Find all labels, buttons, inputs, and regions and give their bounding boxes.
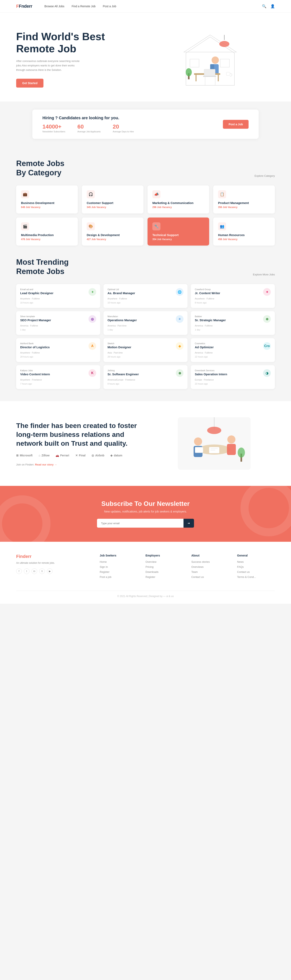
job-logo-0: ✦ xyxy=(88,288,96,296)
get-started-button[interactable]: Get Started xyxy=(16,79,43,88)
meeting-svg xyxy=(178,417,251,470)
footer-link-1-0[interactable]: Overview xyxy=(146,560,183,563)
footer-link-0-3[interactable]: Post a job xyxy=(100,576,138,579)
footer-bottom: © 2021 All Rights Reserved | Designed by… xyxy=(16,590,275,598)
search-icon[interactable]: 🔍 xyxy=(262,4,266,8)
hero-section: Find World's Best Remote Job After coron… xyxy=(0,13,291,102)
instagram-icon[interactable]: in xyxy=(32,568,37,574)
job-logo-3: ◎ xyxy=(88,315,96,323)
footer-link-0-2[interactable]: Register xyxy=(100,570,138,573)
footer-link-3-0[interactable]: News xyxy=(237,560,275,563)
house-illustration-svg xyxy=(176,29,245,89)
job-company-row-2: Crawford Group Jr. Content Writer ✦ xyxy=(195,288,271,296)
footer-link-3-1[interactable]: FAQs xyxy=(237,565,275,568)
job-logo-11: ◑ xyxy=(263,369,271,377)
footer-link-1-3[interactable]: Register xyxy=(146,576,183,579)
footer-link-3-2[interactable]: Contact us xyxy=(237,570,275,573)
job-company-6: Ashford Bank xyxy=(20,342,50,345)
footer-link-0-0[interactable]: Home xyxy=(100,560,138,563)
category-card-6[interactable]: 🔧 Technical Support 354 Job Vacancy xyxy=(147,218,209,245)
svg-rect-14 xyxy=(203,76,216,77)
job-card-1[interactable]: Optimal Ltd As. Brand Manager 🌐 Anywhere… xyxy=(104,284,187,308)
linkedin-icon[interactable]: li xyxy=(39,568,45,574)
svg-rect-13 xyxy=(204,69,215,76)
job-time-11: 23 hours ago xyxy=(195,383,271,385)
subscribe-button[interactable]: ➜ xyxy=(184,519,194,528)
job-card-9[interactable]: Kalipso Jobs Video Content Intern K Anyw… xyxy=(16,365,100,389)
email-input[interactable] xyxy=(97,519,184,528)
category-card-3[interactable]: 📋 Product Management 356 Job Vacancy xyxy=(213,185,275,213)
job-company-7: Sketch xyxy=(107,342,131,345)
explore-jobs-link[interactable]: Explore More Jobs xyxy=(253,273,275,276)
logo[interactable]: FFnderr xyxy=(16,4,32,9)
cat-icon-5: 🎨 xyxy=(87,222,95,231)
category-card-1[interactable]: 🎧 Customer Support 345 Job Vacancy xyxy=(82,185,144,213)
cat-vacancies-7: 458 Job Vacancy xyxy=(218,238,270,241)
job-company-row-9: Kalipso Jobs Video Content Intern K xyxy=(20,369,96,377)
job-card-5[interactable]: Babber Sr. Strategic Manager ⊕ America ·… xyxy=(191,311,275,335)
facebook-icon[interactable]: f xyxy=(16,568,22,574)
category-card-0[interactable]: 💼 Business Development 649 Job Vacancy xyxy=(16,185,78,213)
hiring-text: Hiring ? Candidates are looking for you.… xyxy=(42,116,223,133)
job-card-8[interactable]: Cosmetics Ad Optimizer Cro America · Ful… xyxy=(191,338,275,362)
twitter-icon[interactable]: t xyxy=(24,568,29,574)
cat-name-2: Marketing & Communication xyxy=(152,201,204,205)
job-time-8: 22 hours ago xyxy=(195,356,271,358)
job-meta-10: America/Europe · Freelance xyxy=(107,379,184,381)
footer-link-2-1[interactable]: Overviews xyxy=(191,565,229,568)
stat-label-days: Average Days to Hire xyxy=(113,130,134,133)
join-text: Join on Finderr. Read our story → xyxy=(16,463,138,466)
category-card-5[interactable]: 🎨 Design & Development 427 Job Vacancy xyxy=(82,218,144,245)
job-card-0[interactable]: Email ad and Lead Graphic Designer ✦ Any… xyxy=(16,284,100,308)
stat-num-subscribers: 14000+ xyxy=(42,124,65,130)
job-card-3[interactable]: Silver template SEO Project Manager ◎ Am… xyxy=(16,311,100,335)
footer-logo: Finderr xyxy=(16,554,91,559)
footer-link-1-2[interactable]: Downloads xyxy=(146,570,183,573)
category-grid: 💼 Business Development 649 Job Vacancy 🎧… xyxy=(16,185,275,245)
cat-vacancies-0: 649 Job Vacancy xyxy=(21,206,73,208)
job-time-7: 28 hours ago xyxy=(107,356,184,358)
footer-link-2-0[interactable]: Success stories xyxy=(191,560,229,563)
footer-link-1-1[interactable]: Pricing xyxy=(146,565,183,568)
category-card-2[interactable]: 📣 Marketing & Communication 296 Job Vaca… xyxy=(147,185,209,213)
job-card-11[interactable]: Greenbark Services Sales Operation Inter… xyxy=(191,365,275,389)
stat-num-days: 20 xyxy=(113,124,134,130)
footer-link-2-3[interactable]: Contact us xyxy=(191,576,229,579)
about-title: The finder has been created to foster lo… xyxy=(16,421,138,448)
post-job-button[interactable]: Post a Job xyxy=(223,120,249,129)
job-company-5: Babber xyxy=(195,315,226,318)
job-logo-7: ◆ xyxy=(176,342,184,350)
job-meta-2: Anywhere · Fulltime xyxy=(195,298,271,300)
read-story-link[interactable]: Read our story → xyxy=(35,463,57,466)
hero-title: Find World's Best Remote Job xyxy=(16,31,146,55)
nav-browse-all[interactable]: Browse All Jobs xyxy=(45,5,64,8)
nav-find-remote[interactable]: Find a Remote Job xyxy=(72,5,95,8)
category-card-4[interactable]: 🎬 Multimedia Production 478 Job Vacancy xyxy=(16,218,78,245)
youtube-icon[interactable]: ▶ xyxy=(47,568,53,574)
footer-link-3-3[interactable]: Terms & Cond... xyxy=(237,576,275,579)
footer-col-heading-2: About xyxy=(191,554,229,557)
social-icons: f t in li ▶ xyxy=(16,568,91,574)
job-title-2: Jr. Content Writer xyxy=(195,291,220,295)
job-card-2[interactable]: Crawford Group Jr. Content Writer ✦ Anyw… xyxy=(191,284,275,308)
cat-vacancies-6: 354 Job Vacancy xyxy=(152,238,204,241)
explore-category-link[interactable]: Explore Category xyxy=(254,174,275,177)
nav-post-job[interactable]: Post a Job xyxy=(103,5,116,8)
footer-link-2-2[interactable]: Team xyxy=(191,570,229,573)
category-card-7[interactable]: 👥 Human Resources 458 Job Vacancy xyxy=(213,218,275,245)
job-company-11: Greenbark Services xyxy=(195,369,227,372)
partner-logo-5: ◆ datum xyxy=(110,454,122,457)
job-card-4[interactable]: Manufatun Operations Manager ≡ America ·… xyxy=(104,311,187,335)
footer-link-0-1[interactable]: Sign In xyxy=(100,565,138,568)
nav-links: Browse All Jobs Find a Remote Job Post a… xyxy=(45,5,262,8)
job-meta-7: Asia · Part-time xyxy=(107,352,184,354)
job-company-row-1: Optimal Ltd As. Brand Manager 🌐 xyxy=(107,288,184,296)
cat-icon-1: 🎧 xyxy=(87,190,95,198)
cat-name-7: Human Resources xyxy=(218,233,270,237)
cat-icon-3: 📋 xyxy=(218,190,226,198)
user-icon[interactable]: 👤 xyxy=(270,4,275,8)
job-card-7[interactable]: Sketch Motion Designer ◆ Asia · Part-tim… xyxy=(104,338,187,362)
job-title-9: Video Content Intern xyxy=(20,372,50,376)
job-card-6[interactable]: Ashford Bank Director of Logistics A Any… xyxy=(16,338,100,362)
job-card-10[interactable]: Jething Sr. Software Engineer ⊕ America/… xyxy=(104,365,187,389)
